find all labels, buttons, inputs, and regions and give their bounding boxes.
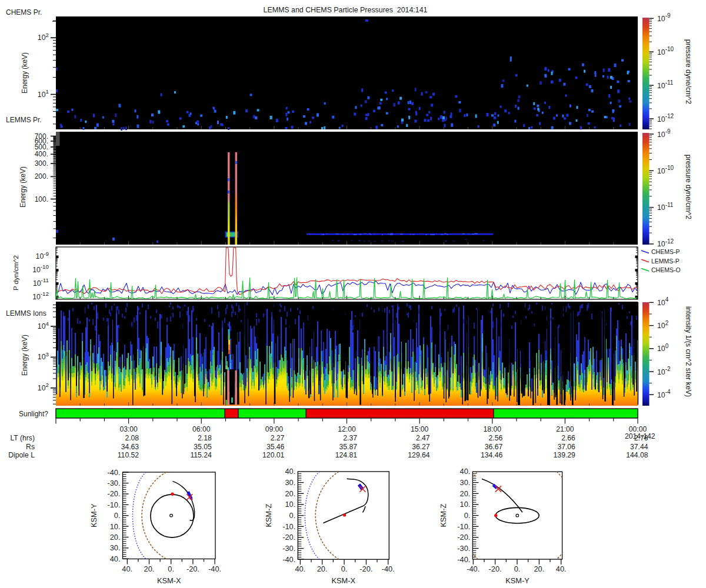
svg-text:intensity 1/(s cm^2 ster keV): intensity 1/(s cm^2 ster keV): [684, 306, 692, 397]
svg-text:10.: 10.: [460, 500, 471, 509]
svg-text:P dyn/cm^2: P dyn/cm^2: [12, 255, 19, 290]
svg-text:KSM-Z: KSM-Z: [439, 504, 448, 527]
svg-text:129.64: 129.64: [408, 451, 429, 459]
svg-text:Rs: Rs: [26, 443, 35, 451]
svg-text:LEMMS and CHEMS Particle Press: LEMMS and CHEMS Particle Pressures 2014:…: [264, 6, 428, 14]
svg-text:-10.: -10.: [457, 522, 470, 531]
svg-text:09:00: 09:00: [265, 425, 284, 433]
svg-text:35.87: 35.87: [339, 443, 358, 451]
svg-text:pressure dyne/cm^2: pressure dyne/cm^2: [684, 155, 692, 220]
svg-text:-10.: -10.: [282, 522, 295, 531]
svg-text:40.: 40.: [110, 554, 121, 563]
svg-text:2.37: 2.37: [343, 434, 357, 442]
svg-text:10.: 10.: [110, 522, 121, 531]
svg-text:KSM-Y: KSM-Y: [505, 576, 530, 585]
svg-text:0.: 0.: [341, 564, 348, 573]
svg-text:40.: 40.: [460, 467, 471, 476]
svg-text:2.27: 2.27: [271, 434, 285, 442]
svg-text:Dipole L: Dipole L: [8, 451, 35, 459]
svg-text:-40.: -40.: [382, 564, 395, 573]
svg-text:15:00: 15:00: [411, 425, 429, 433]
svg-text:2.08: 2.08: [125, 434, 139, 442]
svg-text:35.46: 35.46: [267, 443, 285, 451]
svg-text:700.: 700.: [35, 132, 48, 141]
svg-text:37.06: 37.06: [557, 443, 575, 451]
svg-text:20.: 20.: [534, 564, 544, 573]
svg-text:0.: 0.: [464, 511, 471, 520]
svg-text:40.: 40.: [295, 564, 305, 573]
svg-text:20.: 20.: [144, 564, 155, 573]
svg-text:-30.: -30.: [107, 479, 120, 487]
svg-text:Energy (keV): Energy (keV): [21, 52, 29, 93]
svg-text:400.: 400.: [35, 150, 48, 158]
svg-text:0.: 0.: [514, 564, 521, 573]
svg-text:CHEMS-O: CHEMS-O: [651, 266, 681, 273]
svg-text:115.24: 115.24: [190, 451, 212, 459]
svg-text:CHEMS Pr.: CHEMS Pr.: [6, 8, 42, 16]
svg-text:120.01: 120.01: [262, 451, 284, 459]
svg-text:40.: 40.: [556, 564, 567, 573]
svg-text:-20.: -20.: [282, 533, 295, 542]
svg-text:KSM-X: KSM-X: [332, 576, 356, 585]
svg-text:40.: 40.: [285, 467, 296, 476]
svg-text:0.: 0.: [168, 564, 174, 573]
svg-text:2014-142: 2014-142: [625, 432, 655, 440]
svg-text:-30.: -30.: [282, 544, 295, 553]
svg-text:139.29: 139.29: [554, 451, 575, 459]
svg-text:2.56: 2.56: [489, 434, 503, 442]
svg-text:KSM-Z: KSM-Z: [264, 504, 273, 527]
svg-text:-40.: -40.: [457, 555, 470, 564]
svg-text:-40.: -40.: [107, 468, 120, 477]
svg-text:36.67: 36.67: [485, 443, 503, 451]
svg-text:21:00: 21:00: [556, 425, 574, 433]
svg-text:30.: 30.: [285, 478, 296, 487]
svg-text:0.: 0.: [289, 511, 296, 520]
svg-text:LEMMS Ions: LEMMS Ions: [6, 309, 46, 318]
svg-text:124.81: 124.81: [335, 451, 357, 459]
svg-text:18:00: 18:00: [484, 425, 502, 433]
svg-text:06:00: 06:00: [192, 425, 211, 433]
svg-text:KSM-X: KSM-X: [157, 576, 181, 585]
svg-text:LEMMS Pr.: LEMMS Pr.: [6, 116, 42, 124]
svg-text:-20.: -20.: [359, 564, 372, 573]
svg-text:34.63: 34.63: [121, 443, 139, 451]
svg-text:2.66: 2.66: [561, 434, 575, 442]
svg-text:CHEMS-P: CHEMS-P: [651, 248, 680, 255]
svg-text:Energy (keV): Energy (keV): [21, 335, 29, 376]
svg-text:Energy (keV): Energy (keV): [19, 166, 27, 208]
svg-text:03:00: 03:00: [119, 425, 138, 433]
svg-text:-30.: -30.: [457, 544, 470, 553]
svg-text:20.: 20.: [460, 489, 471, 498]
svg-text:Sunlight?: Sunlight?: [19, 410, 48, 418]
svg-text:-40.: -40.: [282, 555, 295, 564]
svg-text:-40.: -40.: [467, 564, 479, 573]
svg-text:20.: 20.: [110, 533, 121, 542]
svg-text:36.27: 36.27: [412, 443, 430, 451]
svg-text:-40.: -40.: [208, 564, 221, 573]
svg-text:2.47: 2.47: [416, 434, 430, 442]
svg-text:KSM-Y: KSM-Y: [89, 503, 98, 527]
svg-text:-20.: -20.: [107, 489, 120, 498]
svg-text:LEMMS-P: LEMMS-P: [651, 258, 680, 265]
svg-text:134.46: 134.46: [481, 451, 502, 459]
svg-text:300.: 300.: [35, 159, 48, 168]
svg-text:100.: 100.: [35, 195, 48, 203]
svg-text:-20.: -20.: [489, 564, 502, 573]
svg-text:pressure dyne/cm^2: pressure dyne/cm^2: [684, 39, 692, 105]
svg-text:-20.: -20.: [457, 533, 470, 542]
svg-text:0.: 0.: [114, 511, 121, 520]
svg-text:20.: 20.: [317, 564, 328, 573]
svg-text:40.: 40.: [122, 564, 132, 573]
svg-text:35.05: 35.05: [194, 443, 212, 451]
svg-text:30.: 30.: [110, 543, 121, 552]
svg-text:110.52: 110.52: [118, 451, 139, 459]
svg-text:-10.: -10.: [107, 500, 120, 509]
svg-text:12:00: 12:00: [338, 425, 356, 433]
svg-text:200.: 200.: [35, 172, 48, 181]
svg-text:37.44: 37.44: [630, 443, 648, 451]
svg-text:-20.: -20.: [187, 564, 199, 573]
svg-text:2.18: 2.18: [198, 434, 212, 442]
svg-text:30.: 30.: [460, 478, 471, 487]
svg-text:10.: 10.: [285, 500, 296, 509]
svg-text:144.08: 144.08: [626, 451, 648, 459]
